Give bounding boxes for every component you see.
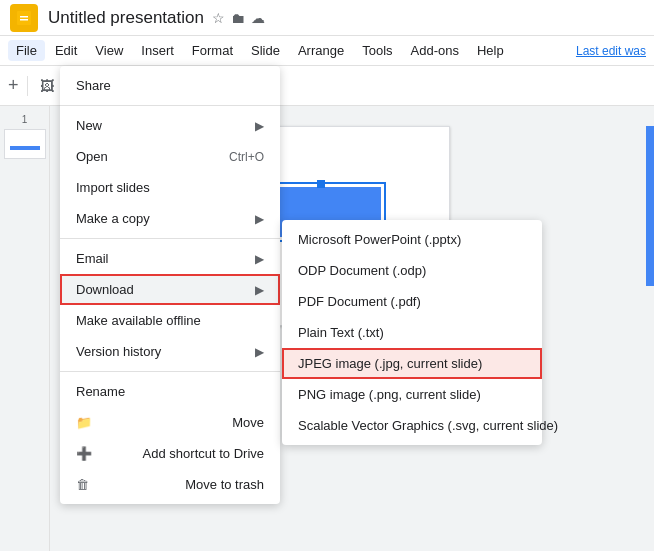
download-svg[interactable]: Scalable Vector Graphics (.svg, current … xyxy=(282,410,542,441)
download-odp[interactable]: ODP Document (.odp) xyxy=(282,255,542,286)
menu-item-share[interactable]: Share xyxy=(60,70,280,101)
menu-item-offline[interactable]: Make available offline xyxy=(60,305,280,336)
menu-help[interactable]: Help xyxy=(469,40,512,61)
menu-item-import[interactable]: Import slides xyxy=(60,172,280,203)
menu-edit[interactable]: Edit xyxy=(47,40,85,61)
slide-thumbnail[interactable] xyxy=(4,129,46,159)
menu-item-email[interactable]: Email ▶ xyxy=(60,243,280,274)
move-icon: 📁 xyxy=(76,415,92,430)
download-arrow-icon: ▶ xyxy=(255,283,264,297)
menu-bar: File Edit View Insert Format Slide Arran… xyxy=(0,36,654,66)
menu-item-copy[interactable]: Make a copy ▶ xyxy=(60,203,280,234)
menu-item-shortcut[interactable]: ➕ Add shortcut to Drive xyxy=(60,438,280,469)
menu-item-new[interactable]: New ▶ xyxy=(60,110,280,141)
version-arrow-icon: ▶ xyxy=(255,345,264,359)
email-arrow-icon: ▶ xyxy=(255,252,264,266)
drive-icon[interactable]: 🖿 xyxy=(231,10,245,26)
divider-2 xyxy=(60,238,280,239)
menu-item-open[interactable]: Open Ctrl+O xyxy=(60,141,280,172)
menu-insert[interactable]: Insert xyxy=(133,40,182,61)
menu-item-version[interactable]: Version history ▶ xyxy=(60,336,280,367)
image-icon[interactable]: 🖼 xyxy=(36,76,58,96)
download-submenu: Microsoft PowerPoint (.pptx) ODP Documen… xyxy=(282,220,542,445)
divider-3 xyxy=(60,371,280,372)
menu-item-download[interactable]: Download ▶ xyxy=(60,274,280,305)
svg-rect-0 xyxy=(17,11,31,25)
trash-icon: 🗑 xyxy=(76,477,92,492)
download-pptx[interactable]: Microsoft PowerPoint (.pptx) xyxy=(282,224,542,255)
divider-1 xyxy=(60,105,280,106)
menu-addons[interactable]: Add-ons xyxy=(403,40,467,61)
download-pdf[interactable]: PDF Document (.pdf) xyxy=(282,286,542,317)
menu-file[interactable]: File xyxy=(8,40,45,61)
toolbar-divider xyxy=(27,76,28,96)
menu-tools[interactable]: Tools xyxy=(354,40,400,61)
right-strip xyxy=(646,126,654,286)
svg-rect-2 xyxy=(20,19,28,21)
title-bar: Untitled presentation ☆ 🖿 ☁ xyxy=(0,0,654,36)
document-title: Untitled presentation xyxy=(48,8,204,28)
app-icon xyxy=(10,4,38,32)
copy-arrow-icon: ▶ xyxy=(255,212,264,226)
menu-item-trash[interactable]: 🗑 Move to trash xyxy=(60,469,280,500)
slide-number-label: 1 xyxy=(4,114,45,125)
last-edit-link[interactable]: Last edit was xyxy=(576,44,646,58)
menu-view[interactable]: View xyxy=(87,40,131,61)
download-jpeg[interactable]: JPEG image (.jpg, current slide) xyxy=(282,348,542,379)
file-dropdown-menu: Share New ▶ Open Ctrl+O Import slides Ma… xyxy=(60,66,280,504)
svg-rect-1 xyxy=(20,16,28,18)
menu-slide[interactable]: Slide xyxy=(243,40,288,61)
slides-panel: 1 xyxy=(0,106,50,551)
menu-item-rename[interactable]: Rename xyxy=(60,376,280,407)
download-png[interactable]: PNG image (.png, current slide) xyxy=(282,379,542,410)
title-action-icons: ☆ 🖿 ☁ xyxy=(212,10,265,26)
menu-format[interactable]: Format xyxy=(184,40,241,61)
add-button[interactable]: + xyxy=(8,75,19,96)
download-txt[interactable]: Plain Text (.txt) xyxy=(282,317,542,348)
menu-arrange[interactable]: Arrange xyxy=(290,40,352,61)
menu-item-move[interactable]: 📁 Move xyxy=(60,407,280,438)
star-icon[interactable]: ☆ xyxy=(212,10,225,26)
new-arrow-icon: ▶ xyxy=(255,119,264,133)
cloud-icon[interactable]: ☁ xyxy=(251,10,265,26)
shortcut-icon: ➕ xyxy=(76,446,92,461)
